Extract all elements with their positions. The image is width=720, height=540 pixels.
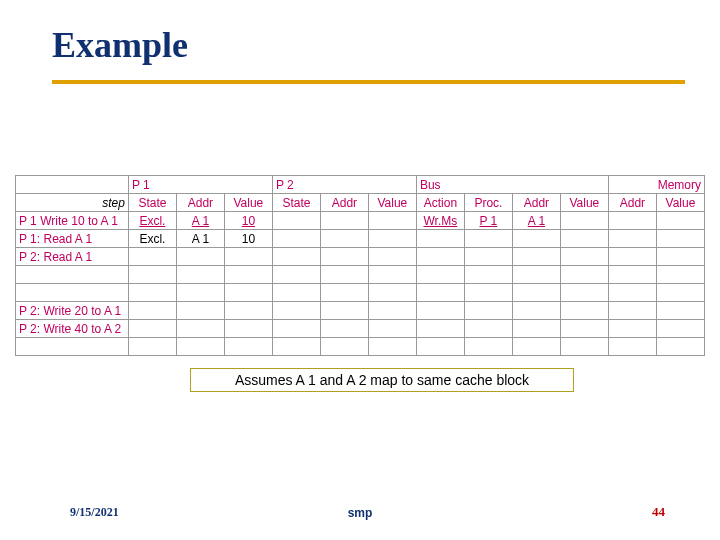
cell-bus_value	[560, 302, 608, 320]
cell-p2_state	[272, 212, 320, 230]
cell-p1_addr	[176, 320, 224, 338]
cache-table-wrap: P 1 P 2 Bus Memory step State Addr Value…	[15, 175, 705, 356]
ch-mem-value: Value	[656, 194, 704, 212]
table-head: P 1 P 2 Bus Memory step State Addr Value…	[16, 176, 705, 212]
cell-bus_proc	[464, 302, 512, 320]
cell-bus_value	[560, 230, 608, 248]
table-row: P 2: Write 20 to A 1	[16, 302, 705, 320]
cell-p1_addr: A 1	[176, 212, 224, 230]
table-row: P 2: Read A 1	[16, 248, 705, 266]
step-cell: P 1: Read A 1	[16, 230, 129, 248]
cell-bus_value	[560, 338, 608, 356]
cell-p1_value: 10	[224, 212, 272, 230]
cell-p2_addr	[320, 302, 368, 320]
cell-bus_addr	[512, 338, 560, 356]
cell-p2_state	[272, 230, 320, 248]
gh-p2: P 2	[272, 176, 416, 194]
cell-p2_value	[368, 212, 416, 230]
cell-bus_addr	[512, 230, 560, 248]
cell-p1_addr	[176, 338, 224, 356]
cell-p1_value	[224, 284, 272, 302]
cell-mem_addr	[608, 302, 656, 320]
cell-bus_value	[560, 212, 608, 230]
ch-p1-value: Value	[224, 194, 272, 212]
cell-p1_state	[128, 320, 176, 338]
cell-p2_addr	[320, 266, 368, 284]
cell-mem_value	[656, 248, 704, 266]
cell-p1_state	[128, 266, 176, 284]
cell-p1_addr	[176, 302, 224, 320]
cell-p2_state	[272, 248, 320, 266]
group-header-row: P 1 P 2 Bus Memory	[16, 176, 705, 194]
cell-p1_state	[128, 248, 176, 266]
cell-p2_state	[272, 320, 320, 338]
footer-topic: smp	[0, 506, 720, 520]
step-cell: P 2: Write 40 to A 2	[16, 320, 129, 338]
table-row	[16, 338, 705, 356]
cell-bus_addr: A 1	[512, 212, 560, 230]
cell-p2_state	[272, 338, 320, 356]
step-cell	[16, 266, 129, 284]
cell-p1_value	[224, 320, 272, 338]
cell-p2_addr	[320, 248, 368, 266]
cell-bus_addr	[512, 284, 560, 302]
step-cell	[16, 338, 129, 356]
cell-bus_addr	[512, 302, 560, 320]
ch-bus-addr: Addr	[512, 194, 560, 212]
ch-bus-value: Value	[560, 194, 608, 212]
slide-title: Example	[52, 24, 188, 66]
ch-p2-addr: Addr	[320, 194, 368, 212]
table-row: P 1 Write 10 to A 1Excl.A 110Wr.MsP 1A 1	[16, 212, 705, 230]
cell-p2_state	[272, 266, 320, 284]
cell-bus_action: Wr.Ms	[416, 212, 464, 230]
cell-mem_addr	[608, 338, 656, 356]
cell-bus_proc	[464, 248, 512, 266]
cell-p2_value	[368, 230, 416, 248]
gh-bus: Bus	[416, 176, 608, 194]
cell-bus_proc	[464, 284, 512, 302]
table-row	[16, 284, 705, 302]
cell-p1_value	[224, 266, 272, 284]
step-cell: P 2: Write 20 to A 1	[16, 302, 129, 320]
cell-p1_value	[224, 248, 272, 266]
assumption-note: Assumes A 1 and A 2 map to same cache bl…	[190, 368, 574, 392]
cell-p1_addr	[176, 266, 224, 284]
cell-p1_state	[128, 338, 176, 356]
cell-bus_addr	[512, 248, 560, 266]
table-body: P 1 Write 10 to A 1Excl.A 110Wr.MsP 1A 1…	[16, 212, 705, 356]
cell-p1_value: 10	[224, 230, 272, 248]
cell-p2_value	[368, 302, 416, 320]
cell-mem_addr	[608, 284, 656, 302]
ch-bus-proc: Proc.	[464, 194, 512, 212]
cell-bus_action	[416, 284, 464, 302]
cell-p2_value	[368, 338, 416, 356]
cell-bus_action	[416, 266, 464, 284]
step-cell	[16, 284, 129, 302]
cell-p1_value	[224, 338, 272, 356]
cell-p2_addr	[320, 284, 368, 302]
ch-bus-action: Action	[416, 194, 464, 212]
title-underline	[52, 80, 685, 84]
cell-bus_proc	[464, 338, 512, 356]
cell-bus_value	[560, 284, 608, 302]
step-cell: P 1 Write 10 to A 1	[16, 212, 129, 230]
cell-mem_addr	[608, 248, 656, 266]
cell-bus_action	[416, 230, 464, 248]
ch-p1-addr: Addr	[176, 194, 224, 212]
cache-table: P 1 P 2 Bus Memory step State Addr Value…	[15, 175, 705, 356]
cell-p2_addr	[320, 212, 368, 230]
slide: Example P 1 P 2 Bus Memory step	[0, 0, 720, 540]
cell-p2_addr	[320, 230, 368, 248]
ch-p2-state: State	[272, 194, 320, 212]
col-header-row: step State Addr Value State Addr Value A…	[16, 194, 705, 212]
table-row: P 1: Read A 1Excl.A 110	[16, 230, 705, 248]
cell-p1_value	[224, 302, 272, 320]
cell-mem_addr	[608, 266, 656, 284]
cell-p2_value	[368, 284, 416, 302]
cell-bus_action	[416, 338, 464, 356]
cell-bus_action	[416, 320, 464, 338]
cell-bus_addr	[512, 266, 560, 284]
cell-p1_state	[128, 284, 176, 302]
cell-mem_value	[656, 338, 704, 356]
cell-bus_value	[560, 266, 608, 284]
